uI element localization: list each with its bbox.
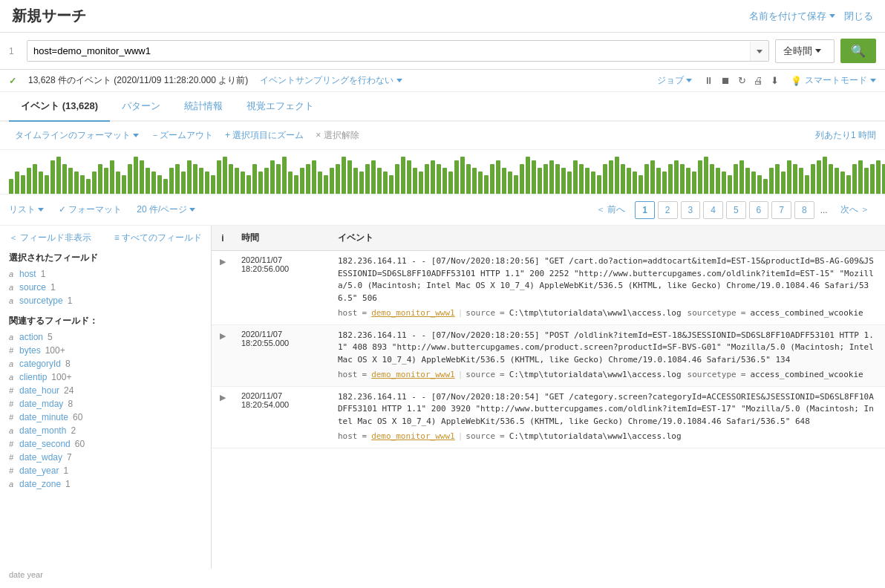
histogram-bar[interactable] xyxy=(549,160,554,194)
histogram-bar[interactable] xyxy=(686,168,690,194)
histogram-bar[interactable] xyxy=(561,168,566,194)
histogram-bar[interactable] xyxy=(223,157,227,194)
histogram-bar[interactable] xyxy=(377,168,382,194)
source-value[interactable]: C:\tmp\tutorialdata\www1\access.log xyxy=(509,307,682,320)
prev-page-button[interactable]: ＜ 前へ xyxy=(590,200,632,219)
field-name[interactable]: date_wday xyxy=(19,452,62,463)
host-value[interactable]: demo_monitor_www1 xyxy=(371,307,455,320)
histogram-bar[interactable] xyxy=(163,179,168,194)
histogram-bar[interactable] xyxy=(805,175,809,194)
histogram-bar[interactable] xyxy=(692,172,696,194)
histogram-bar[interactable] xyxy=(62,164,67,194)
histogram-bar[interactable] xyxy=(235,168,239,194)
search-button[interactable]: 🔍 xyxy=(840,39,876,63)
page-6-button[interactable]: 6 xyxy=(749,201,769,219)
histogram-bar[interactable] xyxy=(359,172,364,194)
histogram-bar[interactable] xyxy=(68,168,73,194)
histogram-bar[interactable] xyxy=(134,157,138,194)
time-select[interactable]: 全時間 xyxy=(775,39,835,63)
expand-cell[interactable]: ▶ xyxy=(212,386,234,448)
deselect-button[interactable]: × 選択解除 xyxy=(310,126,365,145)
histogram-bar[interactable] xyxy=(246,175,251,194)
histogram-bar[interactable] xyxy=(728,175,732,194)
format-button[interactable]: ✓ フォーマット xyxy=(59,203,122,216)
zoom-out-button[interactable]: －ズームアウト xyxy=(145,126,219,145)
histogram-bar[interactable] xyxy=(835,168,839,194)
page-3-button[interactable]: 3 xyxy=(681,201,701,219)
histogram-bar[interactable] xyxy=(526,157,530,194)
histogram-bar[interactable] xyxy=(199,168,203,194)
histogram-bar[interactable] xyxy=(282,157,287,194)
tab-stats[interactable]: 統計情報 xyxy=(172,92,235,122)
host-value[interactable]: demo_monitor_www1 xyxy=(371,369,455,382)
histogram-bar[interactable] xyxy=(264,168,269,194)
histogram-bar[interactable] xyxy=(555,164,560,194)
histogram-bar[interactable] xyxy=(734,164,738,194)
histogram-bar[interactable] xyxy=(383,172,388,194)
histogram-bar[interactable] xyxy=(597,175,601,194)
refresh-icon[interactable]: ↻ xyxy=(738,75,746,86)
histogram-bar[interactable] xyxy=(146,168,150,194)
histogram-bar[interactable] xyxy=(413,168,417,194)
histogram-bar[interactable] xyxy=(704,157,708,194)
histogram-bar[interactable] xyxy=(122,175,126,194)
histogram-bar[interactable] xyxy=(21,175,25,194)
histogram-bar[interactable] xyxy=(342,157,346,194)
save-button[interactable]: 名前を付けて保存 xyxy=(749,10,835,23)
histogram-bar[interactable] xyxy=(502,168,506,194)
histogram-bar[interactable] xyxy=(371,160,376,194)
histogram-bar[interactable] xyxy=(543,164,548,194)
sourcetype-value[interactable]: access_combined_wcookie xyxy=(750,307,863,320)
expand-arrow-icon[interactable]: ▶ xyxy=(220,257,226,266)
histogram-bar[interactable] xyxy=(864,168,869,194)
histogram-bar[interactable] xyxy=(621,164,625,194)
histogram-bar[interactable] xyxy=(662,172,667,194)
sampling-select[interactable]: イベントサンプリングを行わない xyxy=(260,74,402,87)
histogram-bar[interactable] xyxy=(514,175,518,194)
histogram-bar[interactable] xyxy=(324,175,328,194)
histogram-bar[interactable] xyxy=(419,172,423,194)
page-5-button[interactable]: 5 xyxy=(726,201,746,219)
histogram-bar[interactable] xyxy=(769,168,774,194)
histogram-bar[interactable] xyxy=(722,172,726,194)
histogram-bar[interactable] xyxy=(609,160,613,194)
smart-mode-button[interactable]: 💡 スマートモード xyxy=(791,74,876,87)
search-input[interactable] xyxy=(27,41,750,61)
histogram-bar[interactable] xyxy=(116,172,120,194)
histogram-bar[interactable] xyxy=(627,168,631,194)
histogram-bar[interactable] xyxy=(751,172,756,194)
histogram-bar[interactable] xyxy=(365,164,370,194)
histogram-bar[interactable] xyxy=(532,160,536,194)
histogram-bar[interactable] xyxy=(573,160,578,194)
histogram-bar[interactable] xyxy=(615,157,619,194)
histogram-bar[interactable] xyxy=(336,164,340,194)
histogram-bar[interactable] xyxy=(829,164,833,194)
histogram-bar[interactable] xyxy=(639,175,643,194)
histogram-bar[interactable] xyxy=(353,168,358,194)
search-dropdown-button[interactable] xyxy=(750,42,768,61)
histogram-bar[interactable] xyxy=(330,168,334,194)
histogram-bar[interactable] xyxy=(793,164,797,194)
timeline-format-button[interactable]: タイムラインのフォーマット xyxy=(9,126,145,145)
histogram-bar[interactable] xyxy=(431,160,435,194)
histogram-bar[interactable] xyxy=(817,160,821,194)
histogram-bar[interactable] xyxy=(205,172,209,194)
histogram-bar[interactable] xyxy=(460,157,465,194)
host-value[interactable]: demo_monitor_www1 xyxy=(371,431,455,443)
expand-arrow-icon[interactable]: ▶ xyxy=(220,331,226,340)
histogram-bar[interactable] xyxy=(128,164,132,194)
histogram-bar[interactable] xyxy=(241,172,245,194)
page-2-button[interactable]: 2 xyxy=(658,201,678,219)
histogram-bar[interactable] xyxy=(300,168,304,194)
histogram-bar[interactable] xyxy=(288,172,293,194)
histogram-bar[interactable] xyxy=(229,164,233,194)
histogram-bar[interactable] xyxy=(151,172,156,194)
histogram-bar[interactable] xyxy=(454,160,459,194)
print-icon[interactable]: 🖨 xyxy=(754,75,763,86)
field-name[interactable]: source xyxy=(19,282,46,293)
histogram-bar[interactable] xyxy=(98,164,102,194)
histogram-bar[interactable] xyxy=(252,164,257,194)
histogram-bar[interactable] xyxy=(217,160,221,194)
sourcetype-value[interactable]: access_combined_wcookie xyxy=(750,369,863,382)
histogram-bar[interactable] xyxy=(579,164,584,194)
